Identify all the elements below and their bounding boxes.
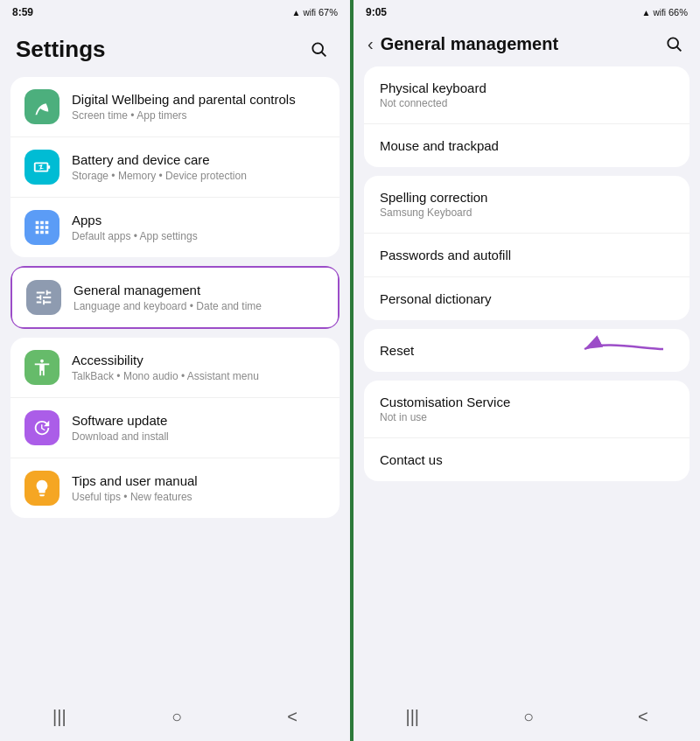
detail-item-customisation-service[interactable]: Customisation Service Not in use <box>364 381 690 438</box>
settings-item-battery[interactable]: Battery and device care Storage • Memory… <box>10 137 340 198</box>
apps-icon-bg <box>24 210 60 245</box>
digital-wellbeing-sub: Screen time • App timers <box>72 109 296 122</box>
left-phone-panel: 8:59 ▲ wifi 67% Settings Digital Wellbei… <box>0 0 350 741</box>
general-management-title: General management <box>74 283 262 298</box>
customisation-service-sub: Not in use <box>380 411 674 423</box>
settings-item-digital-wellbeing[interactable]: Digital Wellbeing and parental controls … <box>10 77 340 137</box>
right-home-btn[interactable]: ○ <box>502 700 555 734</box>
right-back-btn[interactable]: < <box>617 700 669 734</box>
left-home-btn[interactable]: ○ <box>150 700 203 734</box>
accessibility-icon-bg <box>24 350 60 385</box>
update-icon <box>32 418 52 437</box>
accessibility-icon <box>32 358 52 377</box>
tips-title: Tips and user manual <box>72 473 198 489</box>
software-update-sub: Download and install <box>72 430 169 443</box>
right-wifi-icon: wifi <box>654 8 666 17</box>
battery-text: Battery and device care Storage • Memory… <box>72 152 247 182</box>
right-battery: 66% <box>668 7 688 17</box>
left-page-header: Settings <box>0 24 350 72</box>
right-page-header: ‹ General management <box>354 24 700 61</box>
personal-dictionary-title: Personal dictionary <box>380 291 674 306</box>
detail-list: Physical keyboard Not connected Mouse an… <box>354 61 700 696</box>
right-search-icon <box>665 35 682 52</box>
software-update-text: Software update Download and install <box>72 413 169 443</box>
apps-sub: Default apps • App settings <box>72 230 198 242</box>
left-back-btn[interactable]: < <box>266 700 318 734</box>
settings-item-tips[interactable]: Tips and user manual Useful tips • New f… <box>10 458 340 518</box>
left-search-button[interactable] <box>303 33 334 65</box>
right-phone-panel: 9:05 ▲ wifi 66% ‹ General management Phy… <box>354 0 700 741</box>
apps-text: Apps Default apps • App settings <box>72 213 198 242</box>
detail-item-passwords-autofill[interactable]: Passwords and autofill <box>364 234 690 277</box>
spelling-correction-title: Spelling correction <box>380 190 674 205</box>
right-search-button[interactable] <box>660 30 688 58</box>
accessibility-title: Accessibility <box>72 353 259 368</box>
header-left: ‹ General management <box>366 31 558 58</box>
tips-sub: Useful tips • New features <box>72 491 198 503</box>
detail-page-title: General management <box>381 34 558 54</box>
contact-us-title: Contact us <box>380 452 674 467</box>
settings-list: Digital Wellbeing and parental controls … <box>0 72 350 696</box>
reset-title: Reset <box>380 343 674 358</box>
settings-item-apps[interactable]: Apps Default apps • App settings <box>10 198 340 257</box>
settings-item-accessibility[interactable]: Accessibility TalkBack • Mono audio • As… <box>10 338 340 398</box>
left-nav-bar: ||| ○ < <box>0 696 350 741</box>
left-status-icons: ▲ wifi 67% <box>292 7 338 17</box>
leaf-icon <box>32 97 52 116</box>
sliders-icon <box>34 288 53 307</box>
detail-item-reset[interactable]: Reset <box>364 329 690 372</box>
right-recent-btn[interactable]: ||| <box>384 700 440 734</box>
svg-line-1 <box>322 52 326 57</box>
customisation-service-title: Customisation Service <box>380 395 674 409</box>
tips-text: Tips and user manual Useful tips • New f… <box>72 473 198 503</box>
accessibility-text: Accessibility TalkBack • Mono audio • As… <box>72 353 259 382</box>
left-battery: 67% <box>318 7 338 17</box>
detail-group-1: Physical keyboard Not connected Mouse an… <box>364 66 690 167</box>
left-status-bar: 8:59 ▲ wifi 67% <box>0 0 350 24</box>
detail-item-mouse-trackpad[interactable]: Mouse and trackpad <box>364 124 690 167</box>
general-management-text: General management Language and keyboard… <box>74 283 262 312</box>
detail-group-reset: Reset <box>364 329 690 372</box>
right-status-bar: 9:05 ▲ wifi 66% <box>354 0 700 24</box>
apps-icon <box>32 218 52 237</box>
mouse-trackpad-title: Mouse and trackpad <box>380 138 674 153</box>
detail-item-contact-us[interactable]: Contact us <box>364 438 690 481</box>
settings-group-3: Accessibility TalkBack • Mono audio • As… <box>10 338 340 518</box>
battery-icon-bg <box>24 150 60 185</box>
right-nav-bar: ||| ○ < <box>354 696 700 741</box>
physical-keyboard-title: Physical keyboard <box>380 80 674 95</box>
left-recent-btn[interactable]: ||| <box>32 700 88 734</box>
battery-icon <box>32 157 52 177</box>
left-page-title: Settings <box>16 36 106 63</box>
back-button[interactable]: ‹ <box>366 31 375 58</box>
detail-group-2: Spelling correction Samsung Keyboard Pas… <box>364 176 690 320</box>
battery-title: Battery and device care <box>72 152 247 168</box>
settings-group-1: Digital Wellbeing and parental controls … <box>10 77 340 257</box>
right-status-icons: ▲ wifi 66% <box>642 7 688 17</box>
digital-wellbeing-text: Digital Wellbeing and parental controls … <box>72 92 296 122</box>
passwords-autofill-title: Passwords and autofill <box>380 248 674 262</box>
accessibility-sub: TalkBack • Mono audio • Assistant menu <box>72 370 259 382</box>
right-time: 9:05 <box>366 6 387 18</box>
lightbulb-icon <box>32 479 52 498</box>
settings-group-general: General management Language and keyboard… <box>10 266 340 329</box>
detail-item-personal-dictionary[interactable]: Personal dictionary <box>364 277 690 320</box>
detail-item-physical-keyboard[interactable]: Physical keyboard Not connected <box>364 66 690 124</box>
digital-wellbeing-icon <box>24 89 60 124</box>
spelling-correction-sub: Samsung Keyboard <box>380 206 674 219</box>
detail-item-spelling-correction[interactable]: Spelling correction Samsung Keyboard <box>364 176 690 234</box>
apps-title: Apps <box>72 213 198 228</box>
search-icon <box>310 40 327 58</box>
tips-icon-bg <box>24 471 60 506</box>
wifi-icon: wifi <box>304 8 316 17</box>
settings-item-general-management[interactable]: General management Language and keyboard… <box>10 266 340 329</box>
settings-item-software-update[interactable]: Software update Download and install <box>10 398 340 458</box>
left-time: 8:59 <box>12 6 33 18</box>
general-management-icon-bg <box>26 280 61 315</box>
software-update-title: Software update <box>72 413 169 429</box>
svg-line-3 <box>677 47 682 52</box>
svg-point-0 <box>312 43 323 53</box>
signal-icon: ▲ <box>292 8 301 17</box>
detail-group-4: Customisation Service Not in use Contact… <box>364 381 690 481</box>
software-update-icon-bg <box>24 410 60 445</box>
